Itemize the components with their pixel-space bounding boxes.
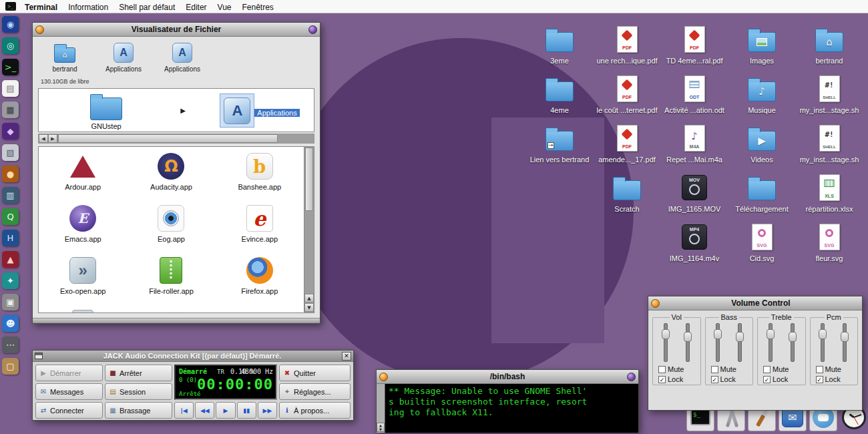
vertical-scrollbar[interactable]: ▲ ▼ [304,147,314,312]
slider-thumb[interactable] [819,329,827,339]
volume-slider[interactable] [787,322,798,363]
menu-item-fen-tres[interactable]: Fenêtres [236,3,278,12]
slider-thumb[interactable] [789,332,797,342]
app-evince-app[interactable]: Evince.app [216,199,304,251]
scroll-up-button[interactable]: ▲ [304,294,314,302]
horizontal-scrollbar[interactable]: ◀ ▶ [38,134,314,144]
archive-manager-icon[interactable]: ▣ [2,294,19,310]
desktop-icon-3eme[interactable]: 3eme [525,24,594,65]
shelf-item-applications[interactable]: Applications [216,93,303,128]
desktop-icon-my-inst-stage-sh[interactable]: #!SHELLmy_inst...stage.sh [795,123,863,164]
lock-checkbox[interactable]: ✓Lock [658,375,699,383]
jack-titlebar[interactable]: JACK Audio Connection Kit [(par défaut)]… [33,351,353,362]
miniaturize-button[interactable] [35,25,44,34]
files-folder-icon[interactable]: ▢ [2,358,19,375]
help-viewer-icon[interactable]: H [2,230,19,246]
ardour-icon[interactable]: ▲ [2,251,19,268]
terminal-scrollbar[interactable]: ▲▼ [377,384,385,433]
app-firefox-app[interactable]: Firefox.app [216,251,304,303]
window-resize-bar[interactable] [33,318,320,323]
app-ardour-app[interactable]: Ardour.app [39,147,127,199]
desktop-icon-une-rech-ique-pdf[interactable]: PDFune rech...ique.pdf [593,24,661,65]
lock-checkbox[interactable]: ✓Lock [711,375,752,383]
desktop-icon-activit-ation-odt[interactable]: ODTActivité ...ation.odt [660,73,728,114]
desktop-icon-musique[interactable]: ♪Musique [728,73,796,114]
music-app-icon[interactable]: ● [2,166,19,182]
volume-slider[interactable] [817,322,828,363]
jack-button-d-marrer[interactable]: ▶Démarrer [35,365,103,381]
app-audacity-app[interactable]: Audacity.app [127,147,215,199]
volume-slider[interactable] [765,322,776,363]
image-viewer-icon[interactable]: ✦ [2,272,19,289]
desktop-icon-images[interactable]: Images [728,24,796,65]
app-partial-calc[interactable] [39,303,127,313]
volume-slider[interactable] [712,322,723,363]
shortcut-applications[interactable]: Applications [102,41,145,73]
scrollbar-track[interactable] [57,134,314,143]
menu-item-information[interactable]: Information [63,3,114,12]
forward-button[interactable]: ▶▶ [258,402,277,419]
rewind-start-button[interactable]: |◀ [174,402,194,419]
desktop-icon-bertrand[interactable]: ⌂bertrand [795,24,863,65]
desktop-icon-repet-mai-m4a[interactable]: ♪M4ARepet ...Mai.m4a [660,123,728,164]
slider-thumb[interactable] [714,329,722,339]
app-banshee-app[interactable]: Banshee.app [216,147,304,199]
desktop-icon-lien-vers-bertrand[interactable]: →Lien vers bertrand [525,123,594,164]
mute-checkbox[interactable]: Mute [711,365,752,373]
volume-titlebar[interactable]: Volume Control [648,296,862,310]
slider-thumb[interactable] [736,332,744,342]
app-partial-dark[interactable] [216,303,304,313]
menu-item-shell-par-d-faut[interactable]: Shell par défaut [114,3,180,12]
scroll-down-button[interactable]: ▼ [304,303,314,312]
qt-app-icon[interactable]: Q [2,208,19,225]
menu-item-vue[interactable]: Vue [212,3,237,12]
terminal-scroll-arrows[interactable]: ▲▼ [377,423,385,432]
desktop-icon-4eme[interactable]: 4eme [525,73,594,114]
desktop-icon-videos[interactable]: ▶Videos [728,123,796,164]
slider-thumb[interactable] [767,329,775,339]
jack-button-quitter[interactable]: ✖Quitter [279,365,351,381]
desktop-icon-t-l-chargement[interactable]: Téléchargement [728,172,796,213]
terminal-screen[interactable]: ▲▼ ** Message: Unable to use GNOME Shell… [377,384,638,433]
terminal-icon[interactable]: >_ [2,59,19,75]
web-browser-icon[interactable]: ◉ [2,16,19,33]
file-manager-icon[interactable]: ▧ [2,144,19,161]
mute-checkbox[interactable]: Mute [763,365,804,373]
jack-button-arr-ter[interactable]: ■Arrêter [105,365,172,381]
desktop-icon-img-1164-m4v[interactable]: MP4IMG_1164.m4v [660,222,728,262]
jack-button-connecter[interactable]: ⇄Connecter [35,402,103,419]
slider-thumb[interactable] [662,329,670,339]
volume-slider[interactable] [682,322,693,363]
rewind-button[interactable]: ◀◀ [195,402,214,419]
desktop-icon-amende-17-pdf[interactable]: PDFamende..._17.pdf [593,123,661,164]
slider-thumb[interactable] [684,332,692,342]
media-player-icon[interactable]: ◆ [2,123,19,140]
play-button[interactable]: ▶ [216,402,235,419]
desktop-icon-td-4eme-ral-pdf[interactable]: PDFTD 4eme...ral.pdf [660,24,728,65]
text-document-icon[interactable]: ▤ [2,80,19,97]
close-button[interactable] [308,25,317,34]
window-menu-icon[interactable] [35,353,43,359]
jack-button-brassage[interactable]: ▦Brassage [105,402,172,419]
miniaturize-button[interactable] [651,299,660,308]
menu-item-editer[interactable]: Editer [180,3,212,12]
desktop-icon-img-1165-mov[interactable]: MOVIMG_1165.MOV [660,172,728,213]
shortcut-applications[interactable]: Applications [161,41,204,73]
desktop-icon-my-inst-stage-sh[interactable]: #!SHELLmy_inst...stage.sh [795,73,863,114]
scroll-left-button[interactable]: ◀ [39,134,48,143]
jack-button-session[interactable]: ▤Session [105,383,172,400]
lock-checkbox[interactable]: ✓Lock [816,375,857,383]
volume-slider[interactable] [660,322,671,363]
system-monitor-icon[interactable]: ▥ [2,187,19,204]
desktop-icon-le-co-t-ternet-pdf[interactable]: PDFle coût ...ternet.pdf [593,73,661,114]
scrollbar-thumb[interactable] [58,134,278,143]
app-emacs-app[interactable]: Emacs.app [39,199,127,251]
desktop-icon-cid-svg[interactable]: SVGCid.svg [728,222,796,262]
terminal-titlebar[interactable]: /bin/bash [377,370,638,384]
app-exo-open-app[interactable]: Exo-open.app [39,251,127,303]
shortcut-bertrand[interactable]: ⌂bertrand [43,41,86,73]
miniaturize-button[interactable] [379,373,388,381]
app-file-roller-app[interactable]: File-roller.app [127,251,215,303]
app-partial-pen[interactable] [127,303,215,313]
close-icon[interactable]: ✕ [342,352,351,361]
